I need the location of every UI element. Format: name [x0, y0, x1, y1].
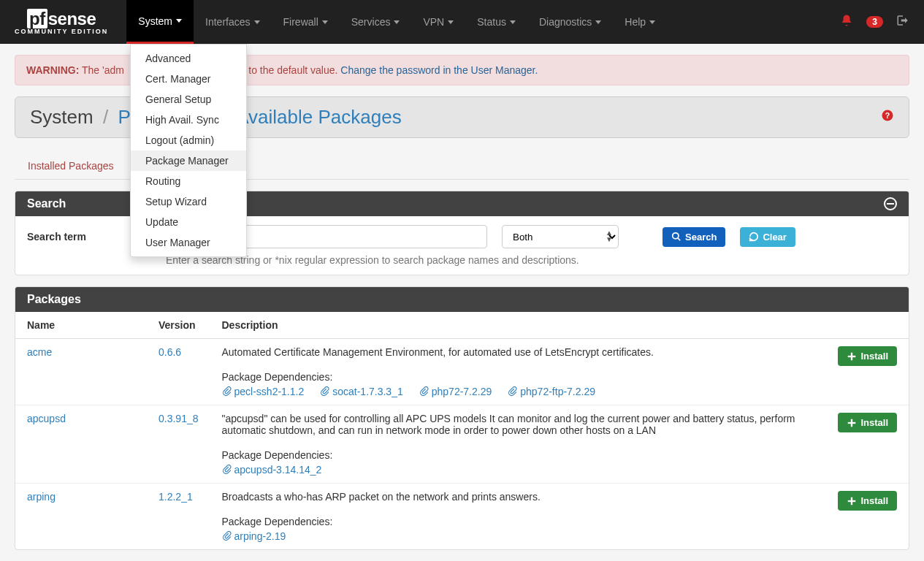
nav-firewall[interactable]: Firewall [272, 0, 340, 44]
clear-button[interactable]: Clear [740, 227, 795, 247]
nav-vpn-label: VPN [423, 16, 444, 28]
breadcrumb-system[interactable]: System [30, 106, 93, 128]
dropdown-logout[interactable]: Logout (admin) [131, 130, 246, 150]
install-button-label: Install [860, 351, 888, 362]
warning-label: WARNING: [26, 64, 79, 76]
logout-icon[interactable] [896, 14, 909, 31]
nav-right: 3 [840, 14, 909, 31]
warning-text-after: et to the default value. [237, 64, 341, 76]
dropdown-setup-wizard[interactable]: Setup Wizard [131, 191, 246, 212]
install-button[interactable]: Install [838, 413, 897, 432]
dependency-link[interactable]: php72-7.2.29 [419, 386, 492, 397]
dependency-link[interactable]: socat-1.7.3.3_1 [320, 386, 403, 397]
breadcrumb-available-packages[interactable]: Available Packages [236, 106, 401, 128]
paperclip-icon [222, 386, 232, 397]
svg-rect-8 [848, 421, 856, 423]
logo-sense: sense [48, 9, 96, 28]
package-description: Automated Certificate Management Environ… [222, 346, 815, 358]
package-name-link[interactable]: arping [27, 491, 56, 503]
package-version: 1.2.2_1 [159, 491, 193, 503]
install-button-label: Install [860, 417, 888, 428]
nav-status-label: Status [477, 16, 506, 28]
install-button[interactable]: Install [838, 346, 897, 366]
dependency-link[interactable]: arping-2.19 [222, 530, 286, 542]
packages-panel-title: Packages [27, 293, 81, 306]
dependency-link[interactable]: php72-ftp-7.2.29 [508, 386, 595, 397]
caret-icon [176, 19, 182, 23]
table-row: apcupsd 0.3.91_8 "apcupsd" can be used f… [15, 405, 909, 484]
paperclip-icon [222, 464, 232, 476]
svg-rect-2 [887, 203, 894, 205]
search-help-text: Enter a search string or *nix regular ex… [166, 254, 897, 266]
system-dropdown: Advanced Cert. Manager General Setup Hig… [130, 44, 247, 257]
package-version: 0.3.91_8 [159, 413, 199, 424]
install-button[interactable]: Install [838, 491, 897, 511]
dropdown-user-manager[interactable]: User Manager [131, 232, 246, 253]
dependency-link[interactable]: apcupsd-3.14.14_2 [222, 464, 322, 476]
col-description: Description [210, 312, 827, 339]
svg-rect-10 [848, 500, 856, 501]
dependencies-label: Package Dependencies: [222, 516, 815, 527]
warning-text-before: The 'adm [79, 64, 124, 76]
nav-services[interactable]: Services [340, 0, 412, 44]
dropdown-general-setup[interactable]: General Setup [131, 89, 246, 110]
install-button-label: Install [860, 495, 888, 506]
warning-link[interactable]: Change the password in the User Manager. [340, 64, 538, 76]
breadcrumb-sep: / [103, 106, 108, 128]
search-button-label: Search [685, 232, 717, 243]
svg-text:?: ? [885, 111, 890, 120]
caret-icon [649, 20, 655, 24]
dropdown-routing[interactable]: Routing [131, 171, 246, 191]
package-name-link[interactable]: acme [27, 346, 52, 358]
refresh-icon [749, 232, 759, 242]
nav-system[interactable]: System [126, 0, 194, 44]
svg-line-4 [678, 238, 681, 241]
dropdown-update[interactable]: Update [131, 212, 246, 232]
collapse-icon[interactable] [884, 197, 897, 210]
search-scope-select[interactable]: Both [502, 225, 619, 248]
nav-system-label: System [138, 15, 172, 27]
col-name: Name [15, 312, 147, 339]
packages-panel: Packages Name Version Description acme 0… [15, 286, 909, 550]
logo-edition: COMMUNITY EDITION [15, 28, 108, 35]
paperclip-icon [508, 386, 517, 397]
dependencies-label: Package Dependencies: [222, 449, 815, 461]
dropdown-package-manager[interactable]: Package Manager [131, 150, 246, 171]
package-version: 0.6.6 [159, 346, 181, 358]
table-row: arping 1.2.2_1 Broadcasts a who-has ARP … [15, 484, 909, 550]
col-version: Version [147, 312, 210, 339]
nav-help[interactable]: Help [613, 0, 667, 44]
help-icon[interactable]: ? [881, 109, 894, 126]
nav-status[interactable]: Status [465, 0, 527, 44]
nav-diagnostics-label: Diagnostics [539, 16, 592, 28]
caret-icon [322, 20, 328, 24]
notification-badge[interactable]: 3 [866, 16, 883, 28]
paperclip-icon [222, 530, 232, 542]
nav-interfaces[interactable]: Interfaces [194, 0, 271, 44]
caret-icon [595, 20, 601, 24]
packages-table: Name Version Description acme 0.6.6 Auto… [15, 312, 909, 549]
navbar: pfsense COMMUNITY EDITION System Interfa… [0, 0, 924, 44]
dropdown-high-avail[interactable]: High Avail. Sync [131, 110, 246, 130]
search-button[interactable]: Search [663, 227, 725, 247]
package-name-link[interactable]: apcupsd [27, 413, 66, 424]
nav-diagnostics[interactable]: Diagnostics [527, 0, 613, 44]
bell-icon[interactable] [840, 14, 853, 31]
package-description: "apcupsd" can be used for controlling al… [222, 413, 815, 436]
dependency-link[interactable]: pecl-ssh2-1.1.2 [222, 386, 305, 397]
dependencies-label: Package Dependencies: [222, 371, 815, 383]
search-icon [671, 232, 681, 242]
nav-vpn[interactable]: VPN [411, 0, 465, 44]
nav-items: System Interfaces Firewall Services VPN … [126, 0, 667, 44]
paperclip-icon [419, 386, 429, 397]
package-description: Broadcasts a who-has ARP packet on the n… [222, 491, 815, 503]
search-panel-title: Search [27, 197, 66, 210]
packages-panel-header: Packages [15, 287, 909, 312]
tab-installed-packages[interactable]: Installed Packages [15, 153, 127, 179]
clear-button-label: Clear [763, 232, 787, 243]
dropdown-cert-manager[interactable]: Cert. Manager [131, 69, 246, 89]
caret-icon [510, 20, 516, 24]
logo[interactable]: pfsense COMMUNITY EDITION [15, 9, 108, 35]
dropdown-advanced[interactable]: Advanced [131, 48, 246, 69]
caret-icon [448, 20, 454, 24]
